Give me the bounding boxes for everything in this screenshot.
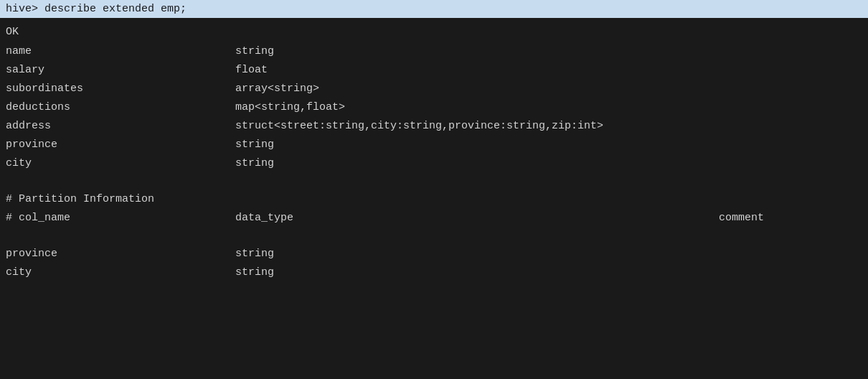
partition-col-type-city: string [235,264,862,281]
table-row: salary float [6,61,862,80]
terminal-window: hive> describe extended emp; OK name str… [0,0,868,379]
partition-info-header: # Partition Information [6,190,862,209]
partition-data-type-header: data_type [235,210,719,227]
partition-col-name-province: province [6,245,235,263]
partition-cols-header-row: # col_name data_type comment [6,209,862,228]
col-name-province: province [6,136,235,154]
partition-comment-header: comment [719,210,862,227]
partition-col-name-city: city [6,264,235,281]
blank-line-2 [6,228,862,245]
table-row: subordinates array<string> [6,80,862,98]
ok-status: OK [6,22,862,42]
table-row: deductions map<string,float> [6,98,862,117]
table-row: name string [6,42,862,61]
col-type-name: string [235,43,862,60]
col-type-city: string [235,155,862,172]
col-type-salary: float [235,62,862,79]
partition-row-province: province string [6,245,862,263]
blank-line [6,173,862,190]
table-row: province string [6,136,862,154]
col-type-address: struct<street:string,city:string,provinc… [235,118,862,135]
partition-col-name-header: # col_name [6,210,235,227]
output-area: OK name string salary float subordinates… [0,18,868,286]
col-type-subordinates: array<string> [235,80,862,98]
col-name-name: name [6,43,235,60]
col-type-deductions: map<string,float> [235,99,862,116]
partition-col-type-province: string [235,245,862,263]
col-name-salary: salary [6,62,235,79]
col-name-deductions: deductions [6,99,235,116]
command-line: hive> describe extended emp; [0,0,868,18]
partition-row-city: city string [6,263,862,282]
col-name-subordinates: subordinates [6,80,235,98]
col-type-province: string [235,136,862,154]
table-row: address struct<street:string,city:string… [6,117,862,136]
col-name-address: address [6,118,235,135]
col-name-city: city [6,155,235,172]
table-row: city string [6,154,862,173]
